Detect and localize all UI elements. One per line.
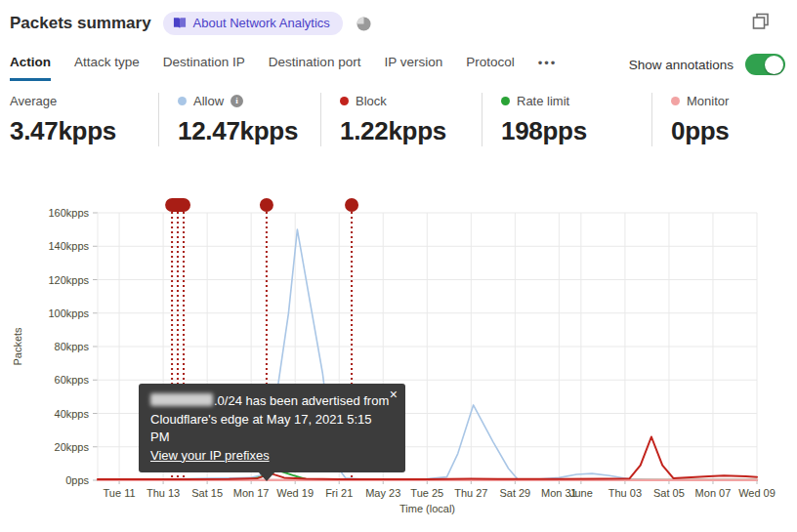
packets-time-series-chart[interactable]: 0pps20kpps40kpps60kpps80kpps100kpps120kp… [0, 188, 797, 532]
x-tick-label: Thu 13 [147, 487, 180, 499]
stat-value: 0pps [671, 116, 771, 146]
badge-label: About Network Analytics [193, 16, 330, 30]
monitor-legend-dot [671, 97, 680, 105]
show-annotations-label: Show annotations [629, 58, 734, 72]
y-tick-label: 100kpps [48, 307, 89, 319]
about-network-analytics-badge[interactable]: About Network Analytics [163, 12, 343, 35]
stat-allow: Allow i 12.47kpps [158, 93, 320, 146]
book-icon [173, 17, 187, 29]
y-tick-label: 0pps [65, 474, 89, 486]
x-tick-label: Tue 11 [104, 487, 136, 499]
tooltip-caret [258, 471, 275, 481]
y-tick-label: 20kpps [55, 441, 90, 453]
x-tick-label: Sat 15 [191, 487, 223, 499]
annotation-marker[interactable] [260, 198, 273, 212]
y-axis-title: Packets [12, 327, 23, 366]
stat-label: Rate limit [517, 94, 569, 108]
duplicate-window-icon[interactable] [752, 13, 770, 30]
network-analytics-panel: Packets summary About Network Analytics [0, 0, 797, 532]
toggle-knob [765, 56, 783, 74]
y-tick-label: 40kpps [55, 408, 90, 420]
y-tick-label: 160kpps [48, 207, 89, 219]
x-tick-label: May 23 [365, 487, 400, 499]
x-tick-label: Wed 19 [276, 487, 314, 499]
stat-value: 1.22kpps [340, 116, 464, 146]
stat-label: Monitor [687, 94, 729, 108]
annotation-marker[interactable] [345, 198, 358, 212]
x-tick-label: June [569, 487, 593, 499]
stat-label: Average [10, 94, 57, 108]
x-tick-label: Tue 25 [410, 487, 443, 499]
x-tick-label: Mon 17 [233, 487, 270, 499]
stat-value: 12.47kpps [178, 116, 303, 146]
x-tick-label: Thu 03 [608, 487, 642, 499]
y-tick-label: 80kpps [55, 341, 90, 352]
stat-value: 198pps [501, 116, 634, 146]
tab-destination-ip[interactable]: Destination IP [163, 55, 245, 81]
tab-action[interactable]: Action [10, 55, 51, 81]
y-tick-label: 120kpps [48, 274, 89, 286]
redacted-ip-prefix [150, 393, 213, 406]
tooltip-line2: Cloudflare's edge at May 17, 2021 5:15 P… [150, 411, 394, 447]
show-annotations-control: Show annotations [629, 54, 785, 75]
stats-row: Average 3.47kpps Allow i 12.47kpps Block… [10, 93, 788, 146]
y-tick-label: 140kpps [48, 240, 89, 252]
stat-label: Block [356, 94, 387, 108]
page-title: Packets summary [10, 14, 151, 33]
header: Packets summary About Network Analytics [10, 12, 371, 35]
stat-label: Allow [193, 94, 224, 108]
block-legend-dot [340, 97, 349, 105]
x-tick-label: Wed 09 [738, 487, 776, 499]
x-tick-label: Sat 29 [499, 487, 530, 499]
stat-average: Average 3.47kpps [10, 93, 158, 146]
tab-ip-version[interactable]: IP version [384, 55, 442, 81]
rate-limit-legend-dot [501, 97, 510, 105]
stat-monitor: Monitor 0pps [651, 93, 788, 146]
dimension-tabs: Action Attack type Destination IP Destin… [10, 55, 557, 81]
close-icon[interactable]: × [390, 388, 398, 401]
tab-protocol[interactable]: Protocol [466, 55, 515, 81]
info-icon[interactable]: i [231, 95, 243, 107]
allow-legend-dot [178, 97, 187, 105]
stat-block: Block 1.22kpps [320, 93, 482, 146]
tab-destination-port[interactable]: Destination port [269, 55, 361, 81]
x-tick-label: Mon 07 [695, 487, 732, 499]
y-tick-label: 60kpps [55, 374, 90, 386]
x-tick-label: Sat 05 [653, 487, 685, 499]
annotation-marker-group[interactable] [165, 198, 190, 212]
view-ip-prefixes-link[interactable]: View your IP prefixes [150, 448, 270, 463]
stat-rate-limit: Rate limit 198pps [482, 93, 651, 146]
x-tick-label: Fri 21 [325, 487, 353, 499]
annotation-tooltip: × .0/24 has been advertised from Cloudfl… [139, 384, 405, 472]
tab-attack-type[interactable]: Attack type [74, 55, 140, 81]
show-annotations-toggle[interactable] [745, 54, 785, 75]
stat-value: 3.47kpps [10, 116, 141, 146]
x-axis-title: Time (local) [399, 503, 455, 514]
x-tick-label: Thu 27 [454, 487, 487, 499]
tooltip-line1: .0/24 has been advertised from [150, 392, 394, 411]
pie-chart-icon[interactable] [357, 17, 371, 31]
more-tabs-button[interactable]: ••• [538, 55, 558, 70]
